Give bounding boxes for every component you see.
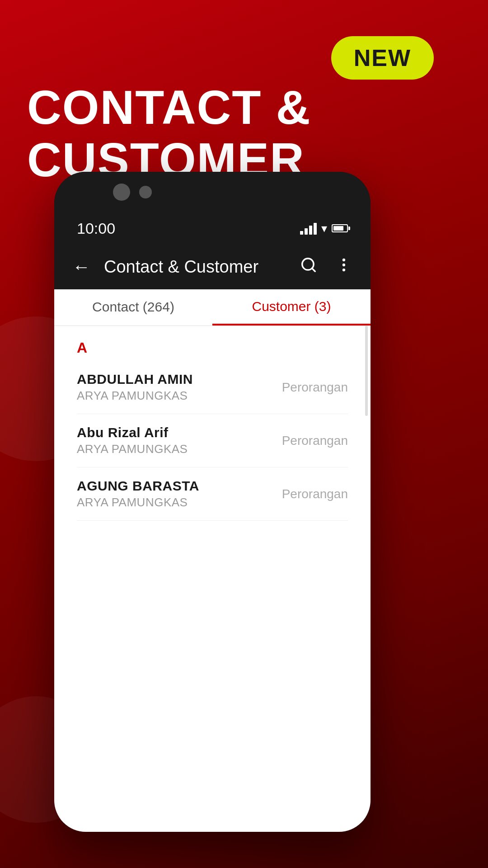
contact-info-3: AGUNG BARASTA ARYA PAMUNGKAS [77, 478, 199, 509]
contact-info-1: ABDULLAH AMIN ARYA PAMUNGKAS [77, 372, 193, 403]
tab-bar: Contact (264) Customer (3) [54, 289, 371, 326]
contact-name-1: ABDULLAH AMIN [77, 372, 193, 387]
camera-main [113, 184, 130, 201]
status-icons: ▾ [300, 222, 348, 236]
back-arrow-icon: ← [72, 257, 90, 277]
section-letter-a: A [77, 340, 348, 356]
tab-contact[interactable]: Contact (264) [54, 289, 212, 326]
wifi-icon: ▾ [321, 222, 327, 236]
svg-line-1 [312, 268, 315, 271]
contact-type-3: Perorangan [282, 487, 348, 501]
scrollbar[interactable] [365, 326, 368, 416]
tab-customer[interactable]: Customer (3) [212, 289, 371, 326]
app-bar-title: Contact & Customer [104, 257, 291, 277]
contact-sub-2: ARYA PAMUNGKAS [77, 442, 188, 456]
search-button[interactable] [300, 256, 317, 278]
contact-type-2: Perorangan [282, 434, 348, 448]
contact-type-1: Perorangan [282, 380, 348, 395]
contact-list: A ABDULLAH AMIN ARYA PAMUNGKAS Peroranga… [54, 326, 371, 521]
contact-item-1[interactable]: ABDULLAH AMIN ARYA PAMUNGKAS Perorangan [77, 361, 348, 414]
contact-name-2: Abu Rizal Arif [77, 425, 188, 440]
svg-point-3 [343, 263, 345, 266]
camera-small [139, 186, 152, 198]
contact-item-3[interactable]: AGUNG BARASTA ARYA PAMUNGKAS Perorangan [77, 467, 348, 521]
hero-title: CONTACT & CUSTOMER [27, 81, 488, 186]
status-bar: 10:00 ▾ [54, 212, 371, 244]
status-time: 10:00 [77, 220, 115, 237]
svg-point-4 [343, 268, 345, 271]
screen-content: Contact (264) Customer (3) A ABDULLAH AM… [54, 289, 371, 832]
back-button[interactable]: ← [72, 257, 90, 277]
new-badge: NEW [331, 36, 434, 80]
contact-sub-1: ARYA PAMUNGKAS [77, 389, 193, 403]
contact-info-2: Abu Rizal Arif ARYA PAMUNGKAS [77, 425, 188, 456]
phone-top-bar [54, 172, 371, 212]
contact-sub-3: ARYA PAMUNGKAS [77, 495, 199, 509]
contact-name-3: AGUNG BARASTA [77, 478, 199, 494]
battery-icon [332, 224, 348, 232]
svg-point-2 [343, 258, 345, 261]
more-options-button[interactable] [335, 256, 352, 278]
contact-item-2[interactable]: Abu Rizal Arif ARYA PAMUNGKAS Perorangan [77, 414, 348, 467]
phone-mockup: 10:00 ▾ ← Contact & Customer [54, 172, 371, 832]
signal-icon [300, 222, 317, 235]
app-bar: ← Contact & Customer [54, 244, 371, 289]
